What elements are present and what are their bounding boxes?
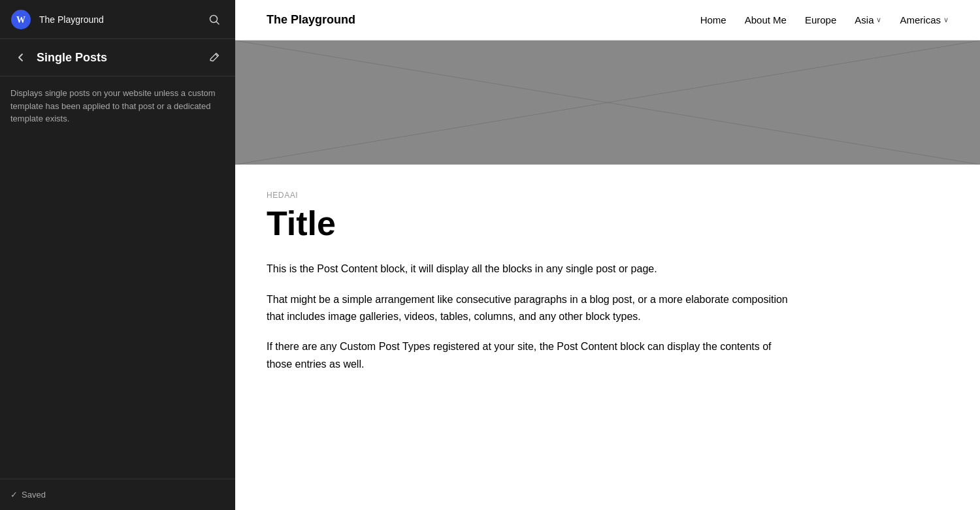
- search-button[interactable]: [204, 9, 225, 30]
- post-title: Title: [267, 205, 792, 242]
- post-paragraph-3: If there are any Custom Post Types regis…: [267, 338, 792, 373]
- wp-logo-icon: W: [10, 9, 31, 30]
- back-chevron-icon: [15, 52, 27, 63]
- pencil-icon: [208, 52, 220, 63]
- asia-chevron-icon: ∨: [876, 16, 881, 24]
- main-content: The Playground Home About Me Europe Asia…: [235, 0, 980, 510]
- site-header-title: The Playground: [267, 13, 355, 27]
- nav-item-americas[interactable]: Americas ∨: [900, 14, 949, 25]
- americas-chevron-icon: ∨: [943, 16, 949, 24]
- search-icon: [208, 14, 220, 25]
- nav-item-about[interactable]: About Me: [745, 14, 787, 25]
- saved-status: ✓ Saved: [10, 490, 46, 500]
- post-paragraph-1: This is the Post Content block, it will …: [267, 261, 792, 278]
- nav-item-europe[interactable]: Europe: [805, 14, 836, 25]
- sidebar: W The Playground Single Posts Displays s…: [0, 0, 235, 510]
- nav-item-home[interactable]: Home: [700, 14, 727, 25]
- post-category: HedaAI: [267, 191, 792, 200]
- site-nav: Home About Me Europe Asia ∨ Americas ∨: [700, 14, 949, 25]
- sidebar-panel-header: Single Posts: [0, 39, 235, 76]
- saved-label: Saved: [22, 490, 46, 500]
- post-paragraph-2: That might be a simple arrangement like …: [267, 291, 792, 326]
- svg-point-2: [210, 15, 218, 22]
- edit-button[interactable]: [204, 47, 225, 68]
- panel-title: Single Posts: [37, 51, 199, 65]
- sidebar-description: Displays single posts on your website un…: [0, 76, 235, 136]
- post-body: This is the Post Content block, it will …: [267, 261, 792, 373]
- sidebar-footer: ✓ Saved: [0, 479, 235, 510]
- svg-text:W: W: [16, 15, 25, 25]
- post-content: HedaAI Title This is the Post Content bl…: [235, 165, 823, 412]
- back-button[interactable]: [10, 47, 31, 68]
- svg-line-3: [217, 22, 220, 24]
- nav-item-asia[interactable]: Asia ∨: [855, 14, 881, 25]
- site-header: The Playground Home About Me Europe Asia…: [235, 0, 980, 40]
- topbar-site-name: The Playground: [39, 14, 104, 25]
- check-icon: ✓: [10, 490, 18, 500]
- sidebar-topbar: W The Playground: [0, 0, 235, 39]
- hero-image: [235, 40, 980, 165]
